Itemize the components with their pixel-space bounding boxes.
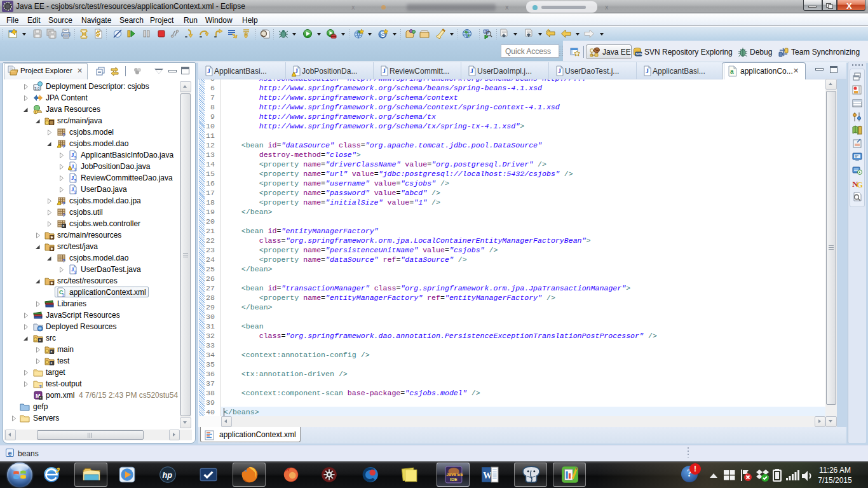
svg-text:?: ?: [74, 179, 76, 183]
svg-text:?: ?: [62, 293, 64, 297]
svg-text:*: *: [63, 224, 65, 229]
svg-text:Java EE: Java EE: [446, 472, 463, 477]
svg-text:G: G: [857, 180, 862, 189]
svg-text:?: ?: [62, 212, 65, 217]
svg-text:*: *: [51, 350, 53, 355]
svg-text:J: J: [470, 67, 473, 74]
svg-text:?: ?: [74, 190, 76, 194]
svg-text:?: ?: [62, 258, 65, 263]
svg-text:?: ?: [74, 167, 76, 172]
svg-text:a: a: [730, 68, 734, 75]
svg-text:SVN: SVN: [636, 52, 643, 56]
svg-text:J: J: [295, 67, 298, 74]
svg-text:?: ?: [62, 132, 65, 137]
svg-text:J: J: [646, 67, 649, 74]
svg-text:?: ?: [62, 144, 65, 149]
svg-text:3.0: 3.0: [34, 86, 40, 90]
svg-text:?: ?: [62, 201, 65, 206]
svg-text:?: ?: [39, 384, 42, 389]
svg-text:W: W: [483, 471, 492, 480]
svg-text:IDE: IDE: [450, 477, 458, 482]
svg-text:*: *: [39, 339, 41, 343]
svg-text:?: ?: [74, 270, 76, 274]
svg-text:J: J: [207, 67, 210, 74]
svg-text:?: ?: [74, 156, 76, 160]
svg-text:hp: hp: [162, 470, 172, 480]
svg-text:!: !: [35, 111, 36, 114]
svg-text:J: J: [558, 67, 561, 74]
svg-text:J: J: [383, 67, 386, 74]
svg-text:*: *: [51, 362, 53, 366]
